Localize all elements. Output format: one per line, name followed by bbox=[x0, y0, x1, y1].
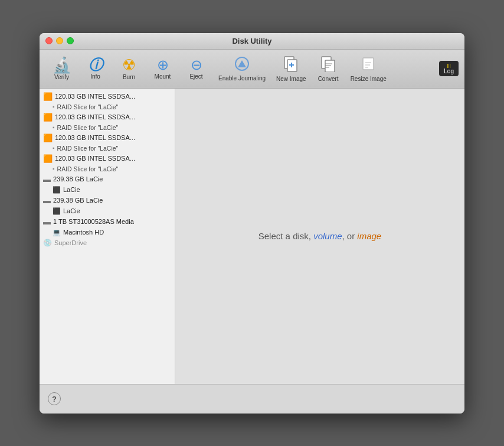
convert-label: Convert bbox=[318, 76, 339, 82]
svg-rect-7 bbox=[325, 60, 335, 72]
disk-label: 239.38 GB LaCie bbox=[53, 175, 103, 183]
list-item[interactable]: 🟧 120.03 GB INTEL SSDSA... bbox=[40, 153, 175, 164]
prompt-volume: volume bbox=[313, 231, 342, 241]
disk-label: 120.03 GB INTEL SSDSA... bbox=[55, 134, 135, 141]
raid-icon: ▪ bbox=[53, 103, 55, 110]
superdrive-label: SuperDrive bbox=[54, 239, 87, 246]
raid-label: RAID Slice for "LaCie" bbox=[57, 165, 119, 172]
enable-journaling-icon bbox=[234, 56, 250, 74]
mount-button[interactable]: ⊕ Mount bbox=[146, 56, 179, 82]
raid-label: RAID Slice for "LaCie" bbox=[57, 124, 119, 131]
mount-icon: ⊕ bbox=[157, 58, 169, 72]
close-button[interactable] bbox=[45, 37, 53, 44]
mount-label: Mount bbox=[155, 73, 171, 80]
raid-icon: ▪ bbox=[53, 165, 55, 172]
enable-journaling-button[interactable]: Enable Journaling bbox=[214, 54, 270, 84]
convert-icon bbox=[320, 56, 336, 74]
log-label: Log bbox=[444, 68, 454, 74]
hdd-icon: 🟧 bbox=[43, 154, 53, 163]
list-item[interactable]: ⬛ LaCie bbox=[40, 185, 175, 195]
info-icon: ⓘ bbox=[89, 58, 103, 72]
info-label: Info bbox=[90, 73, 100, 80]
list-item[interactable]: 💿 SuperDrive bbox=[40, 237, 175, 248]
raid-icon: ▪ bbox=[53, 124, 55, 131]
minimize-button[interactable] bbox=[56, 37, 63, 44]
resize-image-button[interactable]: Resize Image bbox=[346, 53, 391, 84]
list-item[interactable]: ▬ 239.38 GB LaCie bbox=[40, 195, 175, 206]
hdd-icon: 🟧 bbox=[43, 92, 53, 101]
verify-button[interactable]: 🔬 Verify bbox=[45, 55, 78, 83]
content-area: 🟧 120.03 GB INTEL SSDSA... ▪ RAID Slice … bbox=[40, 89, 464, 384]
list-item[interactable]: ▪ RAID Slice for "LaCie" bbox=[40, 144, 175, 153]
list-item[interactable]: ▬ 239.38 GB LaCie bbox=[40, 174, 175, 185]
new-image-icon bbox=[283, 56, 299, 74]
maximize-button[interactable] bbox=[67, 37, 74, 44]
prompt-text2: , or bbox=[342, 231, 358, 241]
hdd-gray-icon: ▬ bbox=[43, 217, 51, 226]
list-item[interactable]: 💻 Macintosh HD bbox=[40, 227, 175, 237]
new-image-button[interactable]: New Image bbox=[271, 53, 311, 84]
log-indicator: ||| bbox=[447, 63, 451, 68]
disk-label: 1 TB ST31000528AS Media bbox=[53, 218, 134, 225]
window-title: Disk Utility bbox=[232, 37, 271, 45]
sidebar[interactable]: 🟧 120.03 GB INTEL SSDSA... ▪ RAID Slice … bbox=[40, 89, 175, 384]
list-item[interactable]: ▪ RAID Slice for "LaCie" bbox=[40, 123, 175, 132]
volume-label: Macintosh HD bbox=[63, 229, 104, 236]
hdd-icon: 🟧 bbox=[43, 113, 53, 122]
volume-icon: ⬛ bbox=[53, 186, 61, 194]
help-button[interactable]: ? bbox=[48, 392, 61, 405]
disk-label: 239.38 GB LaCie bbox=[53, 197, 103, 204]
burn-button[interactable]: ☢ Burn bbox=[113, 55, 145, 83]
hdd-icon: 🟧 bbox=[43, 134, 53, 142]
disk-label: 120.03 GB INTEL SSDSA... bbox=[55, 155, 135, 162]
raid-label: RAID Slice for "LaCie" bbox=[57, 145, 119, 152]
hdd-gray-icon: ▬ bbox=[43, 196, 51, 205]
volume-label: LaCie bbox=[63, 207, 80, 214]
prompt-text1: Select a disk, bbox=[258, 231, 313, 241]
list-item[interactable]: ▪ RAID Slice for "LaCie" bbox=[40, 164, 175, 174]
raid-label: RAID Slice for "LaCie" bbox=[57, 103, 119, 110]
superdrive-icon: 💿 bbox=[43, 239, 52, 247]
disk-label: 120.03 GB INTEL SSDSA... bbox=[55, 113, 135, 121]
convert-button[interactable]: Convert bbox=[312, 53, 345, 84]
list-item[interactable]: 🟧 120.03 GB INTEL SSDSA... bbox=[40, 132, 175, 144]
main-panel: Select a disk, volume, or image bbox=[175, 89, 464, 384]
verify-label: Verify bbox=[54, 74, 69, 80]
volume-icon: ⬛ bbox=[53, 207, 61, 215]
traffic-lights bbox=[45, 37, 74, 44]
log-button[interactable]: ||| Log bbox=[439, 61, 459, 76]
toolbar: 🔬 Verify ⓘ Info ☢ Burn ⊕ Mount ⊖ Eject bbox=[40, 50, 464, 89]
enable-journaling-label: Enable Journaling bbox=[218, 75, 266, 82]
eject-button[interactable]: ⊖ Eject bbox=[180, 56, 212, 82]
list-item[interactable]: 🟧 120.03 GB INTEL SSDSA... bbox=[40, 91, 175, 102]
macintosh-hd-icon: 💻 bbox=[53, 229, 61, 236]
list-item[interactable]: ▪ RAID Slice for "LaCie" bbox=[40, 102, 175, 112]
main-window: Disk Utility 🔬 Verify ⓘ Info ☢ Burn ⊕ Mo… bbox=[40, 33, 464, 414]
list-item[interactable]: 🟧 120.03 GB INTEL SSDSA... bbox=[40, 112, 175, 123]
title-bar: Disk Utility bbox=[40, 33, 464, 50]
verify-icon: 🔬 bbox=[53, 57, 71, 73]
disk-label: 120.03 GB INTEL SSDSA... bbox=[55, 93, 135, 100]
burn-icon: ☢ bbox=[122, 57, 136, 73]
footer: ? bbox=[40, 384, 464, 414]
svg-marker-1 bbox=[238, 60, 246, 67]
burn-label: Burn bbox=[123, 74, 135, 80]
new-image-label: New Image bbox=[276, 76, 306, 82]
svg-rect-11 bbox=[363, 58, 374, 70]
resize-image-label: Resize Image bbox=[351, 76, 387, 82]
list-item[interactable]: ⬛ LaCie bbox=[40, 206, 175, 216]
raid-icon: ▪ bbox=[53, 145, 55, 151]
select-prompt: Select a disk, volume, or image bbox=[258, 231, 381, 241]
eject-icon: ⊖ bbox=[191, 58, 202, 72]
resize-image-icon bbox=[361, 56, 376, 74]
hdd-gray-icon: ▬ bbox=[43, 175, 51, 184]
list-item[interactable]: ▬ 1 TB ST31000528AS Media bbox=[40, 216, 175, 227]
eject-label: Eject bbox=[189, 73, 202, 80]
info-button[interactable]: ⓘ Info bbox=[79, 56, 112, 82]
help-label: ? bbox=[52, 395, 57, 403]
volume-label: LaCie bbox=[63, 186, 80, 193]
prompt-image: image bbox=[357, 231, 381, 241]
